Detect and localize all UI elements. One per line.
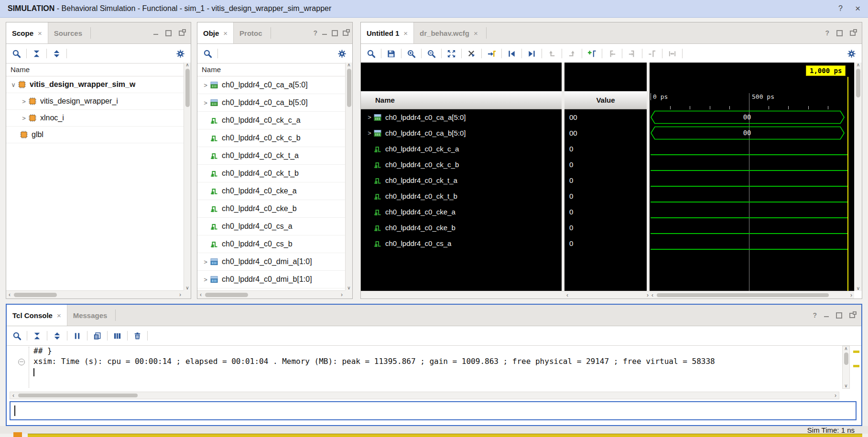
minimize-icon[interactable] [824,316,829,317]
scroll-up-icon[interactable]: ∧ [857,63,860,67]
chevron-right-icon[interactable]: > [201,82,210,89]
settings-gear-button[interactable] [845,47,858,60]
scrollbar-thumb[interactable] [185,69,190,107]
add-marker-button[interactable] [586,47,598,60]
time-cursor[interactable] [847,77,848,291]
chevron-right-icon[interactable]: > [20,98,28,105]
maximize-icon[interactable] [332,30,338,36]
scroll-left-icon[interactable]: ‹ [200,292,202,298]
chevron-right-icon[interactable]: > [201,258,210,266]
search-button[interactable] [365,47,378,60]
scroll-left-icon[interactable]: ‹ [566,292,568,298]
console-vertical-scrollbar[interactable]: ∧ ∨ [842,346,850,389]
wave-scalar-lane[interactable] [650,235,854,251]
settings-gear-button[interactable] [174,47,187,60]
copy-button[interactable] [91,330,104,342]
tab-close-icon[interactable]: × [223,29,228,37]
maximize-icon[interactable] [836,30,843,36]
wave-bus-lane[interactable]: 00 [650,109,854,125]
scroll-down-icon[interactable]: ∨ [347,286,350,290]
tab-protocol[interactable]: Protoc [234,22,268,43]
scrollbar-thumb[interactable] [14,293,57,297]
scroll-right-icon[interactable]: › [835,393,836,398]
tree-row-root[interactable]: ∨ vitis_design_wrapper_sim_w [6,76,184,93]
signal-row[interactable]: >ch0_lpddr4_c0_dmi_b[1:0] [197,271,345,288]
scrollbar-thumb[interactable] [844,352,848,365]
scope-name-column-header[interactable]: Name [6,63,184,76]
wave-horizontal-scrollbar[interactable]: ‹ › [650,291,854,298]
signal-row[interactable]: >ch0_lpddr4_c0_ca_a[5:0] [197,76,345,94]
signal-row[interactable]: ch0_lpddr4_c0_cke_b [197,200,345,218]
float-icon[interactable] [343,31,348,36]
float-icon[interactable] [179,31,184,36]
chevron-down-icon[interactable]: ∨ [9,81,18,88]
scroll-left-icon[interactable]: ‹ [9,292,11,298]
previous-marker-button[interactable] [606,47,618,60]
scroll-right-icon[interactable]: › [341,292,343,298]
collapse-all-button[interactable] [30,47,43,60]
wave-value-header[interactable]: Value [564,91,647,109]
float-icon[interactable] [850,31,856,36]
help-icon[interactable]: ? [825,29,829,37]
wave-scalar-lane[interactable] [650,220,854,235]
scroll-down-icon[interactable]: ∨ [844,384,847,388]
signal-row[interactable]: ch0_lpddr4_c0_ck_c_a [197,112,345,129]
scroll-marker-yellow[interactable] [853,365,859,367]
console-output[interactable]: ## } xsim: Time (s): cpu = 00:00:14 ; el… [10,346,839,389]
waveform-plot-area[interactable]: 1,000 ps 0 ps 500 ps 00 00 [650,63,854,291]
wave-signal-row[interactable]: ch0_lpddr4_c0_ck_t_b [361,188,562,204]
measure-button[interactable] [666,47,679,60]
collapse-all-button[interactable] [31,330,43,342]
signal-row[interactable]: ch0_lpddr4_c0_ck_t_b [197,165,345,182]
wave-scalar-lane[interactable] [650,157,854,172]
scroll-up-icon[interactable]: ∧ [844,346,847,351]
objects-vertical-scrollbar[interactable]: ∧ ∨ [345,63,352,290]
clear-console-button[interactable] [131,330,144,342]
disable-snap-button[interactable] [465,47,478,60]
save-button[interactable] [385,47,398,60]
tab-close-icon[interactable]: × [474,29,478,37]
chevron-right-icon[interactable]: > [201,276,210,283]
signal-row[interactable]: ch0_lpddr4_c0_ck_c_b [197,129,345,147]
scroll-right-icon[interactable]: › [647,292,649,298]
close-icon[interactable]: × [855,3,860,14]
tab-tcl-console[interactable]: Tcl Console × [7,305,67,326]
wave-signal-row[interactable]: ch0_lpddr4_c0_ck_c_b [361,157,562,172]
tab-close-icon[interactable]: × [403,29,408,37]
scrollbar-thumb[interactable] [18,394,138,397]
scroll-marker-yellow[interactable] [853,351,859,353]
value-horizontal-scrollbar[interactable]: ‹ › [564,291,651,298]
scroll-down-icon[interactable]: ∨ [857,286,860,291]
scroll-down-icon[interactable]: ∨ [185,286,189,290]
zoom-out-button[interactable] [425,47,438,60]
tab-scope[interactable]: Scope × [6,22,48,43]
chevron-right-icon[interactable]: > [20,115,28,122]
tcl-command-input[interactable] [11,402,856,419]
scroll-up-icon[interactable]: ∧ [347,63,350,67]
tab-messages[interactable]: Messages [67,305,113,326]
chevron-right-icon[interactable]: > [366,114,373,121]
report-button[interactable] [111,330,124,342]
previous-transition-button[interactable] [505,47,518,60]
scroll-right-icon[interactable]: › [179,292,181,298]
tab-untitled-1[interactable]: Untitled 1 × [361,22,414,43]
maximize-icon[interactable] [836,312,842,319]
wave-signal-row[interactable]: ch0_lpddr4_c0_ck_t_a [361,172,562,188]
signal-row[interactable]: ch0_lpddr4_c0_cs_a [197,218,345,235]
scope-vertical-scrollbar[interactable]: ∧ ∨ [184,63,191,290]
objects-name-column-header[interactable]: Name [197,63,345,76]
go-to-time-button[interactable] [485,47,498,60]
zoom-in-button[interactable] [405,47,418,60]
tree-row[interactable]: glbl [6,127,184,143]
scroll-up-icon[interactable]: ∧ [185,63,189,67]
signal-row[interactable]: ch0_lpddr4_c0_cs_b [197,235,345,253]
scope-horizontal-scrollbar[interactable]: ‹ › [6,290,184,298]
wave-scalar-lane[interactable] [650,172,854,188]
wave-scalar-lane[interactable] [650,188,854,204]
search-button[interactable] [201,47,214,60]
wave-name-header[interactable]: Name [361,91,562,109]
scrollbar-thumb[interactable] [347,69,351,107]
scroll-right-icon[interactable]: › [850,292,852,298]
wave-signal-row[interactable]: >ch0_lpddr4_c0_ca_b[5:0] [361,125,562,141]
objects-horizontal-scrollbar[interactable]: ‹ › [197,290,345,298]
